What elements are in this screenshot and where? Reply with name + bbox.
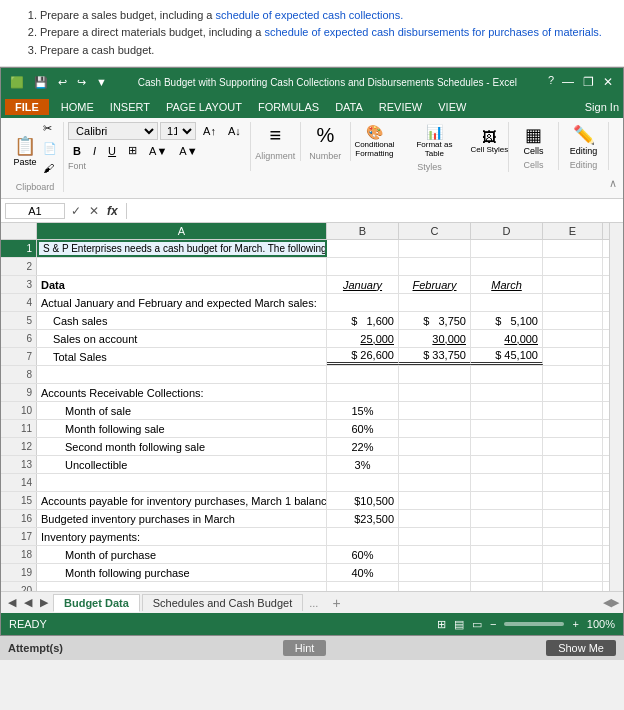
menu-insert[interactable]: INSERT xyxy=(102,99,158,115)
row-num-4[interactable]: 4 xyxy=(1,294,37,311)
cell-a18[interactable]: Month of purchase xyxy=(37,546,327,563)
minimize-button[interactable]: — xyxy=(559,73,577,91)
close-button[interactable]: ✕ xyxy=(599,73,617,91)
cell-e13[interactable] xyxy=(543,456,603,473)
add-sheet-button[interactable]: + xyxy=(328,595,344,611)
cell-b8[interactable] xyxy=(327,366,399,383)
cell-e2[interactable] xyxy=(543,258,603,275)
cell-d16[interactable] xyxy=(471,510,543,527)
cell-c4[interactable] xyxy=(399,294,471,311)
col-header-d[interactable]: D xyxy=(471,223,543,239)
cell-a11[interactable]: Month following sale xyxy=(37,420,327,437)
cell-b20[interactable] xyxy=(327,582,399,591)
cell-b5[interactable]: $ 1,600 xyxy=(327,312,399,329)
format-table-button[interactable]: 📊 Format as Table xyxy=(405,122,463,160)
cell-b14[interactable] xyxy=(327,474,399,491)
undo-icon[interactable]: ↩ xyxy=(55,75,70,90)
cell-a9[interactable]: Accounts Receivable Collections: xyxy=(37,384,327,401)
cell-e19[interactable] xyxy=(543,564,603,581)
cell-e12[interactable] xyxy=(543,438,603,455)
cell-d11[interactable] xyxy=(471,420,543,437)
cell-d2[interactable] xyxy=(471,258,543,275)
zoom-in-button[interactable]: + xyxy=(572,618,578,630)
restore-button[interactable]: ❐ xyxy=(579,73,597,91)
cell-e7[interactable] xyxy=(543,348,603,365)
cell-a13[interactable]: Uncollectible xyxy=(37,456,327,473)
cell-styles-button[interactable]: 🖼 Cell Styles xyxy=(465,127,513,156)
row-num-8[interactable]: 8 xyxy=(1,366,37,383)
cell-c15[interactable] xyxy=(399,492,471,509)
cell-d9[interactable] xyxy=(471,384,543,401)
font-color-button[interactable]: A▼ xyxy=(174,143,202,159)
cell-e11[interactable] xyxy=(543,420,603,437)
cell-e16[interactable] xyxy=(543,510,603,527)
redo-icon[interactable]: ↪ xyxy=(74,75,89,90)
cell-d10[interactable] xyxy=(471,402,543,419)
row-num-13[interactable]: 13 xyxy=(1,456,37,473)
cell-a4[interactable]: Actual January and February and expected… xyxy=(37,294,327,311)
cell-b15[interactable]: $10,500 xyxy=(327,492,399,509)
cell-c13[interactable] xyxy=(399,456,471,473)
save-icon[interactable]: 💾 xyxy=(31,75,51,90)
cell-c11[interactable] xyxy=(399,420,471,437)
cell-d15[interactable] xyxy=(471,492,543,509)
cell-b1[interactable] xyxy=(327,240,399,257)
font-grow-button[interactable]: A↑ xyxy=(198,123,221,139)
cell-a6[interactable]: Sales on account xyxy=(37,330,327,347)
cell-e15[interactable] xyxy=(543,492,603,509)
row-num-14[interactable]: 14 xyxy=(1,474,37,491)
cell-a15[interactable]: Accounts payable for inventory purchases… xyxy=(37,492,327,509)
cell-e10[interactable] xyxy=(543,402,603,419)
cell-d19[interactable] xyxy=(471,564,543,581)
cell-a10[interactable]: Month of sale xyxy=(37,402,327,419)
menu-data[interactable]: DATA xyxy=(327,99,371,115)
cell-e3[interactable] xyxy=(543,276,603,293)
zoom-slider[interactable] xyxy=(504,622,564,626)
menu-review[interactable]: REVIEW xyxy=(371,99,430,115)
cell-c9[interactable] xyxy=(399,384,471,401)
conditional-format-button[interactable]: 🎨 Conditional Formatting xyxy=(345,122,403,160)
cell-e14[interactable] xyxy=(543,474,603,491)
cell-c20[interactable] xyxy=(399,582,471,591)
hint-button[interactable]: Hint xyxy=(283,640,327,656)
cell-a16[interactable]: Budgeted inventory purchases in March xyxy=(37,510,327,527)
format-painter-icon[interactable]: 🖌 xyxy=(43,162,61,180)
cell-d14[interactable] xyxy=(471,474,543,491)
menu-page-layout[interactable]: PAGE LAYOUT xyxy=(158,99,250,115)
menu-home[interactable]: HOME xyxy=(53,99,102,115)
cell-c6[interactable]: 30,000 xyxy=(399,330,471,347)
row-num-9[interactable]: 9 xyxy=(1,384,37,401)
customize-icon[interactable]: ▼ xyxy=(93,75,110,89)
cell-d4[interactable] xyxy=(471,294,543,311)
cell-d17[interactable] xyxy=(471,528,543,545)
cells-button[interactable]: ▦ Cells xyxy=(519,122,547,158)
cell-b18[interactable]: 60% xyxy=(327,546,399,563)
cancel-formula-icon[interactable]: ✕ xyxy=(87,204,101,218)
row-num-5[interactable]: 5 xyxy=(1,312,37,329)
copy-icon[interactable]: 📄 xyxy=(43,142,61,160)
cell-c1[interactable] xyxy=(399,240,471,257)
cell-d18[interactable] xyxy=(471,546,543,563)
ribbon-expander[interactable]: ∧ xyxy=(609,177,617,192)
cell-a12[interactable]: Second month following sale xyxy=(37,438,327,455)
cell-e18[interactable] xyxy=(543,546,603,563)
cell-b7[interactable]: $ 26,600 xyxy=(327,348,399,365)
cell-b2[interactable] xyxy=(327,258,399,275)
insert-function-icon[interactable]: fx xyxy=(105,204,120,218)
cell-c8[interactable] xyxy=(399,366,471,383)
sheet-tab-schedules[interactable]: Schedules and Cash Budget xyxy=(142,594,303,611)
col-header-c[interactable]: C xyxy=(399,223,471,239)
cell-a5[interactable]: Cash sales xyxy=(37,312,327,329)
help-icon[interactable]: ? xyxy=(545,73,557,91)
menu-formulas[interactable]: FORMULAS xyxy=(250,99,327,115)
bold-button[interactable]: B xyxy=(68,143,86,159)
cell-d8[interactable] xyxy=(471,366,543,383)
row-num-11[interactable]: 11 xyxy=(1,420,37,437)
cell-e1[interactable] xyxy=(543,240,603,257)
file-menu-button[interactable]: FILE xyxy=(5,99,49,115)
row-num-19[interactable]: 19 xyxy=(1,564,37,581)
cell-b10[interactable]: 15% xyxy=(327,402,399,419)
paste-button[interactable]: 📋 Paste xyxy=(10,133,41,169)
number-button[interactable]: % xyxy=(312,122,338,149)
font-name-select[interactable]: Calibri xyxy=(68,122,158,140)
